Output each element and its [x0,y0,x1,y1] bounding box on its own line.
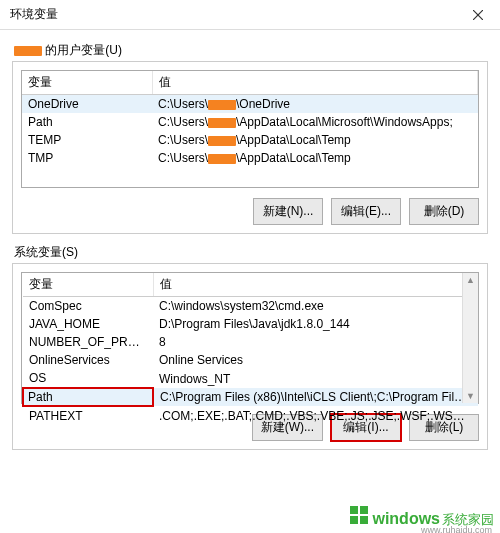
scroll-down-icon: ▼ [466,389,475,403]
redacted-username [14,46,42,56]
table-row[interactable]: OnlineServices Online Services [23,351,478,369]
edit-user-var-button[interactable]: 编辑(E)... [331,198,401,225]
new-user-var-button[interactable]: 新建(N)... [253,198,323,225]
table-row-path[interactable]: Path C:\Program Files (x86)\Intel\iCLS C… [23,388,478,406]
dialog-content: 的用户变量(U) 变量 值 OneDrive C:\Users\\OneDriv… [0,30,500,454]
col-header-variable[interactable]: 变量 [23,273,153,297]
cell-val: C:\Users\\AppData\Local\Temp [152,149,478,167]
user-vars-group: 变量 值 OneDrive C:\Users\\OneDrive Path C:… [12,61,488,234]
cell-var: NUMBER_OF_PROCESSORS [23,333,153,351]
user-vars-buttons: 新建(N)... 编辑(E)... 删除(D) [21,198,479,225]
cell-var: OnlineServices [23,351,153,369]
cell-var: JAVA_HOME [23,315,153,333]
close-icon [473,10,483,20]
user-vars-table[interactable]: 变量 值 OneDrive C:\Users\\OneDrive Path C:… [22,71,478,167]
cell-var: Path [22,113,152,131]
watermark-url: www.ruhaidu.com [421,525,492,533]
col-header-variable[interactable]: 变量 [22,71,152,95]
table-row[interactable]: TMP C:\Users\\AppData\Local\Temp [22,149,478,167]
table-row[interactable]: PATHEXT .COM;.EXE;.BAT;.CMD;.VBS;.VBE;.J… [23,406,478,425]
col-header-value[interactable]: 值 [153,273,478,297]
delete-user-var-button[interactable]: 删除(D) [409,198,479,225]
scrollbar[interactable]: ▲ ▼ [462,273,478,403]
cell-val: .COM;.EXE;.BAT;.CMD;.VBS;.VBE;.JS;.JSE;.… [153,406,478,425]
user-vars-table-wrap: 变量 值 OneDrive C:\Users\\OneDrive Path C:… [21,70,479,188]
cell-var: OneDrive [22,95,152,114]
cell-val: C:\windows\system32\cmd.exe [153,297,478,316]
cell-val: C:\Users\\AppData\Local\Temp [152,131,478,149]
cell-val: 8 [153,333,478,351]
cell-val: C:\Program Files (x86)\Intel\iCLS Client… [153,388,478,406]
system-vars-group: 变量 值 ComSpec C:\windows\system32\cmd.exe… [12,263,488,450]
window-title: 环境变量 [10,6,58,23]
cell-val: Online Services [153,351,478,369]
table-row[interactable]: NUMBER_OF_PROCESSORS 8 [23,333,478,351]
system-vars-label: 系统变量(S) [14,244,486,261]
table-row[interactable]: ComSpec C:\windows\system32\cmd.exe [23,297,478,316]
cell-var: TMP [22,149,152,167]
table-row[interactable]: OneDrive C:\Users\\OneDrive [22,95,478,114]
titlebar: 环境变量 [0,0,500,30]
cell-val: Windows_NT [153,369,478,388]
user-vars-label: 的用户变量(U) [14,42,486,59]
table-row[interactable]: TEMP C:\Users\\AppData\Local\Temp [22,131,478,149]
cell-var: PATHEXT [23,406,153,425]
cell-val: C:\Users\\AppData\Local\Microsoft\Window… [152,113,478,131]
table-header-row: 变量 值 [23,273,478,297]
table-header-row: 变量 值 [22,71,478,95]
system-vars-table-wrap: 变量 值 ComSpec C:\windows\system32\cmd.exe… [21,272,479,404]
windows-logo-icon [350,506,370,524]
close-button[interactable] [466,5,490,25]
table-row[interactable]: JAVA_HOME D:\Program Files\Java\jdk1.8.0… [23,315,478,333]
scroll-up-icon: ▲ [466,273,475,287]
cell-val: D:\Program Files\Java\jdk1.8.0_144 [153,315,478,333]
cell-var: OS [23,369,153,388]
table-row[interactable]: Path C:\Users\\AppData\Local\Microsoft\W… [22,113,478,131]
cell-var: TEMP [22,131,152,149]
cell-val: C:\Users\\OneDrive [152,95,478,114]
col-header-value[interactable]: 值 [152,71,478,95]
cell-var: ComSpec [23,297,153,316]
table-row[interactable]: OS Windows_NT [23,369,478,388]
cell-var-path: Path [23,388,153,406]
system-vars-table[interactable]: 变量 值 ComSpec C:\windows\system32\cmd.exe… [22,273,478,425]
